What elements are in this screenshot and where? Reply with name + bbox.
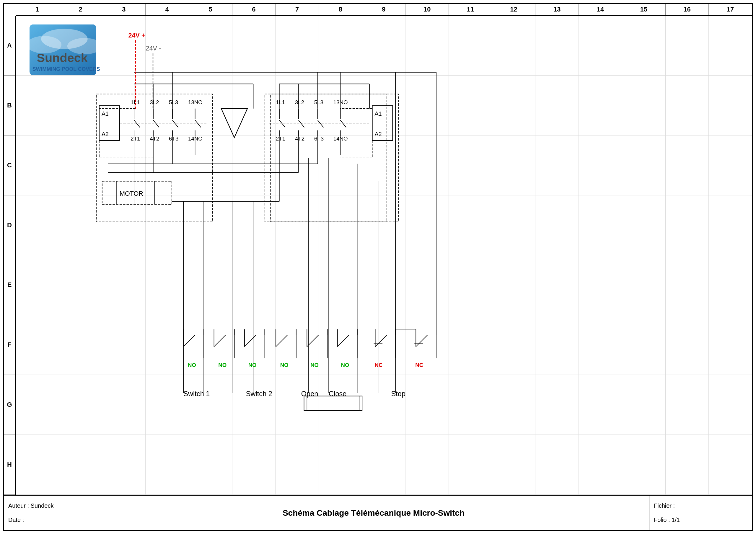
svg-line-164 — [416, 335, 427, 347]
svg-text:Open: Open — [301, 390, 318, 398]
col-header-13: 13 — [535, 4, 579, 15]
col-header-10: 10 — [405, 4, 449, 15]
svg-text:13NO: 13NO — [188, 99, 202, 105]
col-header-4: 4 — [146, 4, 189, 15]
svg-text:NC: NC — [415, 362, 423, 368]
svg-text:A2: A2 — [102, 131, 109, 137]
fichier-label: Fichier : — [654, 502, 748, 509]
row-header-f: F — [4, 315, 15, 375]
col-header-1: 1 — [16, 4, 59, 15]
row-header-e: E — [4, 255, 15, 315]
svg-text:NO: NO — [341, 362, 349, 368]
svg-text:24V -: 24V - — [146, 44, 161, 52]
col-header-17: 17 — [709, 4, 752, 15]
col-header-9: 9 — [362, 4, 406, 15]
col-header-11: 11 — [449, 4, 492, 15]
svg-text:SWIMMING POOL COVERS: SWIMMING POOL COVERS — [33, 66, 100, 72]
svg-line-132 — [276, 335, 287, 347]
svg-text:2T1: 2T1 — [276, 136, 285, 142]
svg-line-139 — [307, 335, 318, 347]
svg-text:4T2: 4T2 — [295, 136, 305, 142]
svg-text:4T2: 4T2 — [150, 136, 159, 142]
svg-line-146 — [338, 335, 349, 347]
svg-line-57 — [318, 120, 324, 127]
row-header-c: C — [4, 136, 15, 196]
svg-text:A1: A1 — [102, 110, 109, 117]
svg-text:14NO: 14NO — [188, 136, 202, 142]
svg-text:A1: A1 — [375, 110, 382, 117]
svg-text:2T1: 2T1 — [130, 136, 140, 142]
col-header-15: 15 — [622, 4, 666, 15]
row-header-h: H — [4, 435, 15, 495]
col-header-12: 12 — [492, 4, 536, 15]
svg-text:MOTOR: MOTOR — [120, 190, 143, 197]
col-header-3: 3 — [102, 4, 146, 15]
row-header-b: B — [4, 76, 15, 136]
svg-text:5L3: 5L3 — [314, 99, 323, 105]
svg-text:6T3: 6T3 — [169, 136, 178, 142]
svg-text:NO: NO — [188, 362, 196, 368]
footer-left: Auteur : Sundeck Date : — [4, 495, 98, 530]
svg-line-126 — [245, 335, 256, 347]
svg-text:A2: A2 — [375, 131, 382, 137]
row-header-a: A — [4, 16, 15, 76]
svg-text:Switch 2: Switch 2 — [246, 390, 272, 398]
svg-line-27 — [153, 120, 159, 127]
svg-line-119 — [214, 335, 226, 347]
svg-line-157 — [375, 335, 387, 347]
col-header-8: 8 — [319, 4, 362, 15]
svg-text:14NO: 14NO — [334, 136, 348, 142]
col-header-2: 2 — [59, 4, 102, 15]
svg-line-30 — [173, 120, 178, 127]
svg-text:NO: NO — [218, 362, 227, 368]
svg-line-33 — [195, 120, 201, 127]
svg-text:5L3: 5L3 — [169, 99, 178, 105]
footer: Auteur : Sundeck Date : Schéma Cablage T… — [4, 495, 752, 530]
svg-line-51 — [279, 120, 285, 127]
svg-line-54 — [299, 120, 305, 127]
diagram-title: Schéma Cablage Télémécanique Micro-Switc… — [283, 508, 465, 518]
diagram-svg: Sundeck SWIMMING POOL COVERS 24V + 24V -… — [16, 16, 752, 495]
svg-rect-152 — [304, 396, 362, 411]
svg-text:Stop: Stop — [391, 390, 406, 398]
svg-line-113 — [183, 335, 195, 347]
svg-text:6T3: 6T3 — [314, 136, 324, 142]
svg-text:NO: NO — [310, 362, 319, 368]
svg-text:Switch 1: Switch 1 — [183, 390, 210, 398]
col-header-6: 6 — [232, 4, 276, 15]
svg-text:Sundeck: Sundeck — [37, 51, 88, 65]
row-header-g: G — [4, 375, 15, 435]
folio-label: Folio : 1/1 — [654, 517, 748, 523]
outer-border: 1 2 3 4 5 6 7 8 9 10 11 12 13 14 15 16 1… — [3, 3, 753, 531]
footer-center: Schéma Cablage Télémécanique Micro-Switc… — [98, 495, 649, 530]
svg-marker-37 — [221, 109, 248, 138]
svg-text:NO: NO — [280, 362, 288, 368]
col-header-16: 16 — [666, 4, 709, 15]
author-label: Auteur : Sundeck — [8, 502, 93, 509]
col-headers: 1 2 3 4 5 6 7 8 9 10 11 12 13 14 15 16 1… — [16, 4, 752, 16]
svg-line-24 — [134, 120, 140, 127]
svg-line-60 — [340, 120, 346, 127]
date-label: Date : — [8, 517, 93, 523]
svg-text:3L2: 3L2 — [150, 99, 159, 105]
col-header-7: 7 — [276, 4, 319, 15]
main-area: Sundeck SWIMMING POOL COVERS 24V + 24V -… — [16, 16, 752, 495]
svg-text:NC: NC — [375, 362, 383, 368]
svg-text:3L2: 3L2 — [295, 99, 304, 105]
svg-text:NO: NO — [248, 362, 256, 368]
col-header-5: 5 — [189, 4, 232, 15]
row-headers: A B C D E F G H — [4, 16, 16, 495]
footer-right: Fichier : Folio : 1/1 — [649, 495, 752, 530]
col-header-14: 14 — [579, 4, 622, 15]
svg-text:Close: Close — [329, 390, 346, 398]
svg-text:24V +: 24V + — [128, 32, 145, 39]
svg-text:1L1: 1L1 — [276, 99, 285, 105]
row-header-d: D — [4, 196, 15, 255]
svg-text:13NO: 13NO — [334, 99, 348, 105]
